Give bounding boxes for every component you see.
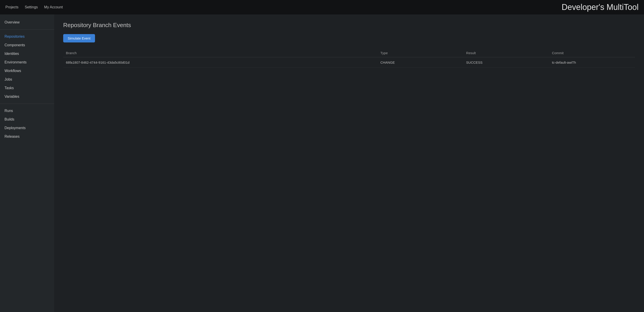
table-header: BranchTypeResultCommit: [63, 49, 635, 57]
sidebar-item-overview[interactable]: Overview: [0, 18, 54, 27]
app-title: Developer's MultiTool: [562, 3, 638, 12]
col-header-branch: Branch: [63, 49, 378, 57]
sidebar-item-deployments[interactable]: Deployments: [0, 124, 54, 132]
col-header-commit: Commit: [549, 49, 635, 57]
main-content: Repository Branch Events Simulate Event …: [54, 15, 644, 312]
sidebar-item-repositories[interactable]: Repositories: [0, 32, 54, 41]
top-nav-links: Projects Settings My Account: [6, 5, 63, 9]
table-cell-result: SUCCESS: [464, 57, 549, 68]
col-header-type: Type: [378, 49, 464, 57]
table-header-row: BranchTypeResultCommit: [63, 49, 635, 57]
page-title: Repository Branch Events: [63, 22, 635, 29]
events-table: BranchTypeResultCommit 68fa1807-8462-474…: [63, 49, 635, 68]
sidebar-item-identities[interactable]: Identities: [0, 50, 54, 58]
table-cell-type: CHANGE: [378, 57, 464, 68]
sidebar-item-tasks[interactable]: Tasks: [0, 84, 54, 92]
sidebar-item-jobs[interactable]: Jobs: [0, 75, 54, 84]
nav-projects[interactable]: Projects: [6, 5, 18, 9]
sidebar-divider: [0, 104, 54, 104]
sidebar-item-workflows[interactable]: Workflows: [0, 67, 54, 75]
sidebar-item-runs[interactable]: Runs: [0, 107, 54, 115]
table-body: 68fa1807-8462-4744-9161-43da5c80d01dCHAN…: [63, 57, 635, 68]
top-nav: Projects Settings My Account Developer's…: [0, 0, 644, 15]
sidebar: OverviewRepositoriesComponentsIdentities…: [0, 15, 54, 312]
sidebar-item-components[interactable]: Components: [0, 41, 54, 50]
sidebar-item-variables[interactable]: Variables: [0, 92, 54, 101]
nav-settings[interactable]: Settings: [25, 5, 38, 9]
sidebar-item-environments[interactable]: Environments: [0, 58, 54, 67]
col-header-result: Result: [464, 49, 549, 57]
sidebar-divider: [0, 29, 54, 30]
table-cell-branch: 68fa1807-8462-4744-9161-43da5c80d01d: [63, 57, 378, 68]
layout: OverviewRepositoriesComponentsIdentities…: [0, 15, 644, 312]
table-cell-commit: tc-default-awiTh: [549, 57, 635, 68]
table-row: 68fa1807-8462-4744-9161-43da5c80d01dCHAN…: [63, 57, 635, 68]
sidebar-item-releases[interactable]: Releases: [0, 132, 54, 141]
nav-my-account[interactable]: My Account: [44, 5, 63, 9]
simulate-event-button[interactable]: Simulate Event: [63, 34, 95, 43]
sidebar-item-builds[interactable]: Builds: [0, 115, 54, 124]
